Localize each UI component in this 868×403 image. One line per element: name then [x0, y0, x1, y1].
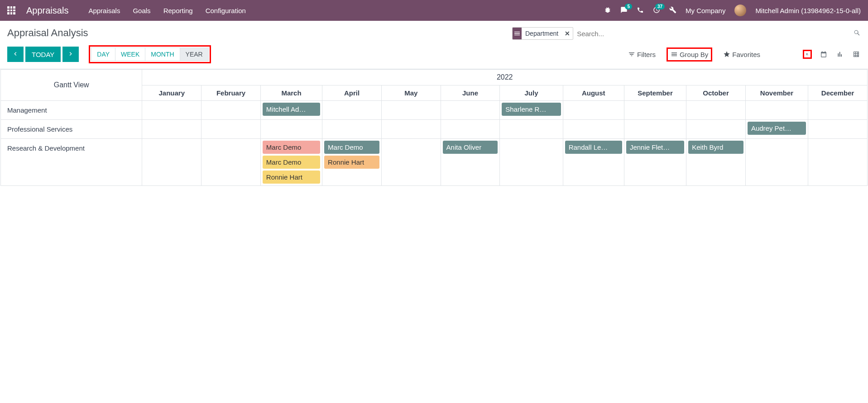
menu-goals[interactable]: Goals: [133, 7, 150, 14]
app-title: Appraisals: [26, 5, 68, 16]
menu-configuration[interactable]: Configuration: [206, 7, 246, 14]
gantt-cell[interactable]: Anita Oliver: [441, 139, 500, 186]
facet-remove[interactable]: ✕: [562, 30, 573, 37]
graph-view-icon[interactable]: [835, 50, 844, 59]
gantt-pill[interactable]: Anita Oliver: [443, 141, 498, 154]
gantt-cell[interactable]: Randall Le…: [563, 139, 624, 186]
favorites-label: Favorites: [732, 51, 760, 58]
gantt-month-header: December: [808, 85, 868, 101]
company-switcher[interactable]: My Company: [686, 7, 725, 14]
gantt-month-header: September: [624, 85, 686, 101]
gantt-cell[interactable]: [441, 101, 500, 120]
scale-day[interactable]: DAY: [91, 47, 115, 61]
search-input[interactable]: [577, 30, 850, 38]
menu-reporting[interactable]: Reporting: [163, 7, 193, 14]
search-icon[interactable]: [854, 29, 861, 38]
gantt-cell[interactable]: [201, 101, 261, 120]
gantt-cell[interactable]: [260, 120, 322, 139]
gantt-cell[interactable]: Marc DemoRonnie Hart: [322, 139, 382, 186]
gantt-pill[interactable]: Ronnie Hart: [324, 156, 379, 169]
gantt-cell[interactable]: [381, 101, 441, 120]
gantt-view-icon[interactable]: [803, 50, 812, 59]
activities-badge: 37: [655, 4, 665, 9]
bug-icon[interactable]: [604, 6, 611, 15]
gantt-cell[interactable]: [563, 120, 624, 139]
gantt-cell[interactable]: [142, 120, 201, 139]
gantt-row-label: Management: [1, 101, 142, 120]
gantt-pill[interactable]: Marc Demo: [263, 141, 320, 154]
table-row: Professional ServicesAudrey Pet…: [1, 120, 868, 139]
top-navbar: Appraisals Appraisals Goals Reporting Co…: [0, 0, 868, 21]
filters-label: Filters: [637, 51, 656, 58]
scale-year[interactable]: YEAR: [180, 47, 209, 61]
user-menu[interactable]: Mitchell Admin (13984962-15-0-all): [755, 7, 861, 14]
gantt-cell[interactable]: [624, 120, 686, 139]
scale-month[interactable]: MONTH: [145, 47, 180, 61]
pivot-view-icon[interactable]: [852, 50, 861, 59]
table-row: Research & DevelopmentMarc DemoMarc Demo…: [1, 139, 868, 186]
gantt-table: Gantt View 2022 JanuaryFebruaryMarchApri…: [0, 69, 868, 186]
gantt-cell[interactable]: [322, 120, 382, 139]
gantt-cell[interactable]: [500, 139, 563, 186]
gantt-cell[interactable]: [808, 101, 868, 120]
scale-week[interactable]: WEEK: [115, 47, 145, 61]
gantt-cell[interactable]: Audrey Pet…: [745, 120, 808, 139]
gantt-pill[interactable]: Marc Demo: [263, 156, 320, 169]
gantt-cell[interactable]: [686, 120, 746, 139]
gantt-pill[interactable]: Audrey Pet…: [748, 122, 806, 135]
gantt-cell[interactable]: [201, 139, 261, 186]
gantt-month-header: March: [260, 85, 322, 101]
menu-appraisals[interactable]: Appraisals: [88, 7, 120, 14]
gantt-cell[interactable]: [500, 120, 563, 139]
gantt-cell[interactable]: Sharlene R…: [500, 101, 563, 120]
scale-buttons-highlight: DAY WEEK MONTH YEAR: [89, 45, 211, 63]
groupby-label: Group By: [680, 51, 708, 58]
prev-button[interactable]: [7, 47, 24, 62]
gantt-month-header: August: [563, 85, 624, 101]
tools-icon[interactable]: [669, 6, 676, 15]
gantt-cell[interactable]: [808, 139, 868, 186]
gantt-pill[interactable]: Sharlene R…: [502, 103, 561, 116]
gantt-year: 2022: [142, 70, 868, 85]
gantt-pill[interactable]: Mitchell Ad…: [263, 103, 320, 116]
gantt-month-header: July: [500, 85, 563, 101]
gantt-pill[interactable]: Marc Demo: [324, 141, 379, 154]
gantt-month-header: November: [745, 85, 808, 101]
groupby-dropdown[interactable]: Group By: [667, 47, 712, 62]
gantt-cell[interactable]: [322, 101, 382, 120]
gantt-cell[interactable]: Keith Byrd: [686, 139, 746, 186]
gantt-cell[interactable]: [745, 139, 808, 186]
messages-icon[interactable]: 5: [620, 6, 628, 15]
gantt-month-header: January: [142, 85, 201, 101]
gantt-cell[interactable]: Mitchell Ad…: [260, 101, 322, 120]
gantt-pill[interactable]: Jennie Flet…: [626, 141, 684, 154]
phone-icon[interactable]: [637, 6, 644, 15]
activities-icon[interactable]: 37: [653, 6, 660, 15]
calendar-view-icon[interactable]: [819, 50, 828, 59]
gantt-pill[interactable]: Randall Le…: [565, 141, 622, 154]
today-button[interactable]: TODAY: [25, 47, 61, 62]
gantt-view-label: Gantt View: [1, 70, 142, 101]
avatar[interactable]: [734, 5, 746, 16]
gantt-cell[interactable]: [441, 120, 500, 139]
gantt-cell[interactable]: [201, 120, 261, 139]
gantt-cell[interactable]: [745, 101, 808, 120]
favorites-dropdown[interactable]: Favorites: [720, 49, 763, 60]
main-menu: Appraisals Goals Reporting Configuration: [88, 7, 246, 14]
gantt-month-header: October: [686, 85, 746, 101]
gantt-cell[interactable]: [686, 101, 746, 120]
gantt-pill[interactable]: Ronnie Hart: [263, 171, 320, 184]
next-button[interactable]: [62, 47, 79, 62]
gantt-cell[interactable]: [381, 120, 441, 139]
gantt-cell[interactable]: Marc DemoMarc DemoRonnie Hart: [260, 139, 322, 186]
gantt-cell[interactable]: [142, 101, 201, 120]
gantt-cell[interactable]: [142, 139, 201, 186]
gantt-cell[interactable]: [563, 101, 624, 120]
filters-dropdown[interactable]: Filters: [625, 49, 658, 60]
apps-icon[interactable]: [7, 6, 15, 14]
gantt-cell[interactable]: [808, 120, 868, 139]
gantt-cell[interactable]: [381, 139, 441, 186]
gantt-pill[interactable]: Keith Byrd: [688, 141, 743, 154]
gantt-cell[interactable]: Jennie Flet…: [624, 139, 686, 186]
gantt-cell[interactable]: [624, 101, 686, 120]
